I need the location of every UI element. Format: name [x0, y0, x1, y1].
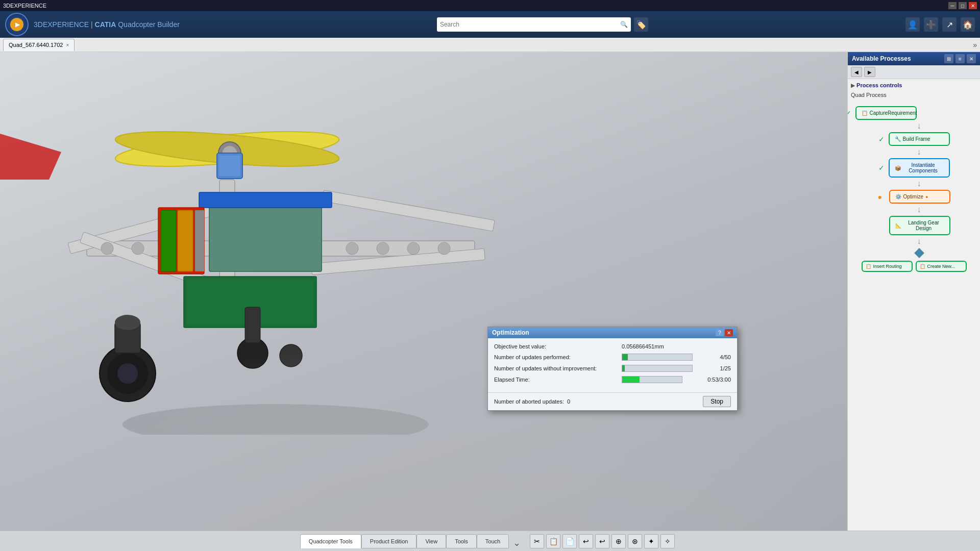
title-bar-left: 3DEXPERIENCE — [3, 3, 46, 9]
node-row-3: ✓ 📦 Instantiate Components — [878, 158, 950, 178]
process-tree: ▶ Process controls Quad Process — [848, 79, 980, 101]
bottom-nodes-row: 📋 Insert Routing 📋 Create New... — [862, 261, 967, 272]
svg-point-14 — [115, 315, 140, 330]
right-panel-title: Available Processes — [852, 55, 911, 62]
svg-point-33 — [280, 344, 302, 367]
flow-arrow-1: ↓ — [917, 122, 921, 130]
tree-section-controls[interactable]: ▶ Process controls — [851, 81, 977, 90]
bottom-tab-tools[interactable]: Tools — [446, 534, 477, 548]
process-node-instantiate[interactable]: 📦 Instantiate Components — [889, 158, 950, 178]
app-title-area: 3DEXPERIENCE | CATIA Quadcopter Builder — [34, 20, 180, 29]
dot-4: ● — [878, 193, 885, 201]
check-3: ✓ — [878, 164, 885, 172]
snap-tool[interactable]: ⊛ — [628, 534, 642, 548]
title-bar-text: 3DEXPERIENCE — [3, 3, 46, 9]
panel-back-btn[interactable]: ◀ — [851, 67, 862, 77]
flow-arrow-3: ↓ — [917, 180, 921, 188]
home-icon[interactable]: 🏠 — [961, 17, 975, 32]
opt-row-objective: Objective best value: 0.056866451mm — [494, 343, 731, 349]
opt-elapsed-label: Elapsed Time: — [494, 377, 622, 383]
process-node-insertrouting[interactable]: 📋 Insert Routing — [862, 261, 913, 272]
svg-rect-23 — [178, 210, 193, 271]
process-node-landinggear[interactable]: 📐 Landing Gear Design — [889, 216, 950, 235]
svg-point-34 — [122, 404, 429, 435]
tab-close-button[interactable]: × — [66, 42, 69, 48]
measure-tool[interactable]: ✦ — [644, 534, 658, 548]
toolbar-right-icons: 👤 ➕ ↗ 🏠 — [905, 17, 975, 32]
product-name: CATIA — [95, 20, 116, 29]
node-row-4: ● ⚙️ Optimize ● — [878, 190, 950, 204]
process-node-capture[interactable]: 📋 CaptureRequirement — [855, 106, 917, 120]
optimization-titlebar-buttons: ? ✕ — [716, 329, 733, 336]
toolbar-collapse-arrow[interactable]: ⌄ — [509, 537, 525, 548]
opt-updates-bar — [622, 354, 693, 361]
bottom-tab-product[interactable]: Product Edition — [361, 534, 417, 548]
app-logo[interactable]: ▶ — [5, 13, 29, 36]
bottom-tab-view[interactable]: View — [416, 534, 446, 548]
tree-quad-label: Quad Process — [851, 92, 887, 98]
panel-list-view-btn[interactable]: ≡ — [955, 54, 965, 63]
process-node-optimize[interactable]: ⚙️ Optimize ● — [889, 190, 950, 204]
tree-section-quad[interactable]: Quad Process — [851, 91, 977, 99]
undo-tool[interactable]: ↩ — [579, 534, 593, 548]
check-2: ✓ — [878, 135, 885, 143]
node-icon-2: 🔧 — [895, 136, 901, 142]
node-label-1: CaptureRequirement — [870, 110, 917, 116]
panel-close-btn[interactable]: ✕ — [967, 54, 976, 63]
bottom-tab-quadcopter[interactable]: Quadcopter Tools — [300, 534, 361, 548]
bottom-tab-product-label: Product Edition — [370, 538, 408, 544]
add-icon[interactable]: ➕ — [924, 17, 938, 32]
bookmark-icon[interactable]: 🏷️ — [634, 17, 648, 32]
3d-viewport[interactable] — [0, 52, 847, 531]
process-node-createnew[interactable]: 📋 Create New... — [916, 261, 967, 272]
user-icon[interactable]: 👤 — [905, 17, 920, 32]
panel-forward-btn[interactable]: ▶ — [864, 67, 875, 77]
cut-tool[interactable]: ✂ — [530, 534, 544, 548]
paste-tool[interactable]: 📄 — [562, 534, 577, 548]
process-node-buildframe[interactable]: 🔧 Build Frame — [889, 132, 950, 146]
main-toolbar: ▶ 3DEXPERIENCE | CATIA Quadcopter Builde… — [0, 11, 980, 38]
node-icon-3: 📦 — [895, 165, 901, 171]
svg-point-12 — [117, 363, 138, 384]
node-label-2: Build Frame — [903, 136, 930, 142]
opt-elapsed-bar-fill — [622, 377, 640, 383]
opt-row-elapsed: Elapsed Time: 0:53/3:00 — [494, 376, 731, 383]
play-button[interactable]: ▶ — [10, 18, 23, 31]
close-button[interactable]: ✕ — [969, 2, 977, 9]
optimization-titlebar[interactable]: Optimization ? ✕ — [488, 327, 737, 338]
svg-point-26 — [132, 242, 144, 255]
model-name: Quadcopter Builder — [118, 20, 180, 29]
search-container: 🔍 — [437, 17, 631, 32]
svg-point-29 — [407, 242, 420, 255]
node-running-dot: ● — [925, 194, 928, 199]
optimization-body: Objective best value: 0.056866451mm Numb… — [488, 338, 737, 392]
opt-noimprovement-value: 1/25 — [713, 365, 731, 371]
transform-tool[interactable]: ⊕ — [611, 534, 626, 548]
tab-collapse-button[interactable]: » — [973, 41, 977, 49]
panel-grid-view-btn[interactable]: ⊞ — [944, 54, 953, 63]
process-flow: ✓ 📋 CaptureRequirement ↓ ✓ 🔧 Build Frame… — [848, 101, 980, 531]
copy-tool[interactable]: 📋 — [546, 534, 560, 548]
bottom-tab-touch[interactable]: Touch — [477, 534, 509, 548]
svg-point-30 — [438, 242, 450, 255]
opt-noimprovement-bar-fill — [622, 365, 625, 371]
undo2-tool[interactable]: ↩ — [595, 534, 609, 548]
node-label-4: Optimize — [903, 194, 923, 199]
share-icon[interactable]: ↗ — [942, 17, 957, 32]
main-tab[interactable]: Quad_567.6440.1702 × — [3, 39, 75, 51]
app-brand: 3DEXPERIENCE — [34, 20, 89, 29]
tab-label: Quad_567.6440.1702 — [9, 42, 63, 48]
search-input[interactable] — [440, 21, 618, 28]
svg-rect-32 — [245, 307, 260, 343]
optimization-close-button[interactable]: ✕ — [725, 329, 733, 336]
analyze-tool[interactable]: ✧ — [660, 534, 675, 548]
bottom-tools: ✂ 📋 📄 ↩ ↩ ⊕ ⊛ ✦ ✧ — [525, 534, 680, 548]
optimization-help-button[interactable]: ? — [716, 329, 724, 336]
search-icon[interactable]: 🔍 — [620, 21, 628, 28]
optimization-stop-button[interactable]: Stop — [703, 396, 731, 407]
opt-objective-label: Objective best value: — [494, 343, 622, 349]
search-bar-area: 🔍 🏷️ — [185, 17, 900, 32]
maximize-button[interactable]: □ — [959, 2, 967, 9]
minimize-button[interactable]: ─ — [948, 2, 957, 9]
flow-arrow-2: ↓ — [917, 148, 921, 156]
